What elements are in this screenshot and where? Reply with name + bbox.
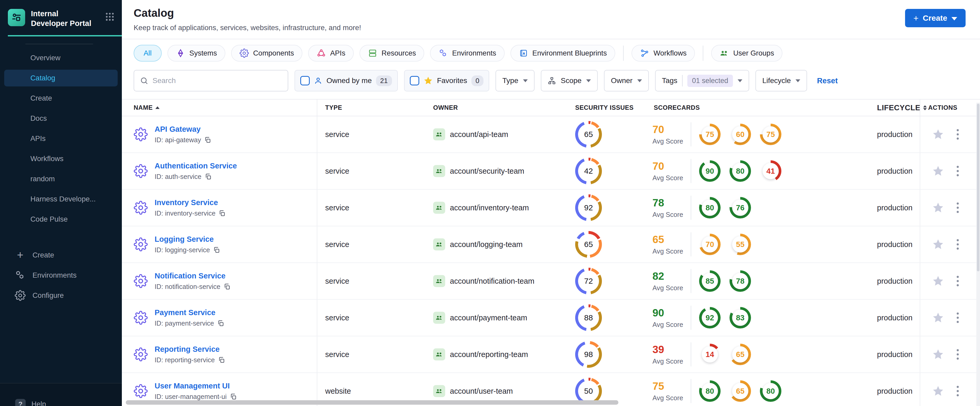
favorite-star-icon[interactable]: [932, 385, 944, 397]
horizontal-scrollbar[interactable]: [126, 400, 618, 405]
scorecard-ring[interactable]: 83: [730, 307, 751, 328]
scorecard-ring[interactable]: 90: [699, 160, 721, 182]
scorecard-ring[interactable]: 65: [730, 344, 751, 365]
column-header-name[interactable]: NAME: [122, 100, 317, 116]
sidebar-item-harness-develope[interactable]: Harness Develope...: [4, 191, 118, 208]
scorecard-ring[interactable]: 80: [730, 160, 751, 182]
owner-name[interactable]: account/logging-team: [450, 240, 522, 249]
apps-grid-icon[interactable]: [105, 11, 115, 22]
copy-icon[interactable]: [213, 246, 220, 254]
help-icon[interactable]: ?: [15, 399, 25, 406]
scorecard-ring[interactable]: 65: [730, 380, 751, 402]
owner-name[interactable]: account/reporting-team: [450, 350, 528, 359]
favorite-star-icon[interactable]: [932, 348, 944, 360]
kebab-menu-icon[interactable]: [955, 274, 960, 288]
tab-user-groups[interactable]: User Groups: [711, 45, 783, 62]
favorite-star-icon[interactable]: [932, 312, 944, 324]
favorite-star-icon[interactable]: [932, 165, 944, 177]
sidebar-item-code-pulse[interactable]: Code Pulse: [4, 211, 118, 228]
scorecard-ring[interactable]: 60: [730, 124, 751, 145]
column-header-lifecycle[interactable]: LIFECYCLE: [871, 100, 920, 116]
scorecard-ring[interactable]: 92: [699, 307, 721, 328]
favorites-filter[interactable]: Favorites 0: [404, 70, 490, 91]
scorecard-ring[interactable]: 85: [699, 270, 721, 292]
scorecard-ring[interactable]: 78: [730, 270, 751, 292]
tags-dropdown[interactable]: Tags 01 selected: [655, 70, 749, 91]
entity-name-link[interactable]: Reporting Service: [154, 345, 220, 354]
favorite-star-icon[interactable]: [932, 202, 944, 214]
owned-by-me-filter[interactable]: Owned by me 21: [294, 70, 398, 91]
sidebar-item-overview[interactable]: Overview: [4, 49, 118, 66]
kebab-menu-icon[interactable]: [955, 201, 960, 214]
owner-name[interactable]: account/notification-team: [450, 277, 534, 285]
owner-name[interactable]: account/inventory-team: [450, 203, 529, 212]
entity-name-link[interactable]: API Gateway: [154, 125, 201, 133]
owner-name[interactable]: account/api-team: [450, 130, 508, 139]
scorecard-ring[interactable]: 76: [730, 197, 751, 219]
sidebar-item-create[interactable]: + Create: [4, 247, 118, 263]
sidebar-item-random[interactable]: random: [4, 171, 118, 187]
tab-workflows[interactable]: Workflows: [632, 45, 695, 62]
sidebar-item-catalog[interactable]: Catalog: [4, 70, 118, 86]
scope-dropdown[interactable]: Scope: [541, 70, 598, 91]
entity-name-link[interactable]: Notification Service: [154, 272, 226, 280]
entity-name-link[interactable]: Logging Service: [154, 235, 214, 243]
sidebar-item-docs[interactable]: Docs: [4, 110, 118, 127]
copy-icon[interactable]: [218, 210, 226, 217]
owner-name[interactable]: account/user-team: [450, 387, 513, 395]
tab-apis[interactable]: APIs: [308, 45, 354, 62]
copy-icon[interactable]: [224, 283, 231, 290]
tab-systems[interactable]: Systems: [167, 45, 225, 62]
kebab-menu-icon[interactable]: [955, 164, 960, 178]
favorite-star-icon[interactable]: [932, 275, 944, 287]
tab-all[interactable]: All: [134, 45, 162, 62]
favorite-star-icon[interactable]: [932, 238, 944, 251]
search-input[interactable]: [153, 76, 282, 85]
favorites-checkbox[interactable]: [410, 76, 419, 86]
reset-filters-link[interactable]: Reset: [817, 76, 838, 85]
scorecard-ring[interactable]: 80: [699, 380, 721, 402]
scorecard-ring[interactable]: 41: [760, 160, 781, 182]
tab-environment-blueprints[interactable]: Environment Blueprints: [511, 45, 615, 62]
entity-name-link[interactable]: Authentication Service: [154, 162, 237, 170]
sidebar-item-configure[interactable]: Configure: [4, 287, 118, 304]
sidebar-item-environments[interactable]: Environments: [4, 267, 118, 284]
entity-name-link[interactable]: Payment Service: [154, 308, 215, 317]
sidebar-item-apis[interactable]: APIs: [4, 130, 118, 147]
scorecard-ring[interactable]: 75: [699, 124, 721, 145]
owner-cell: account/security-team: [425, 153, 567, 189]
kebab-menu-icon[interactable]: [955, 238, 960, 251]
kebab-menu-icon[interactable]: [955, 311, 960, 325]
scorecard-ring[interactable]: 80: [760, 380, 781, 402]
scorecard-ring[interactable]: 70: [699, 234, 721, 255]
sidebar-item-workflows[interactable]: Workflows: [4, 151, 118, 167]
type-dropdown[interactable]: Type: [495, 70, 535, 91]
scorecard-ring[interactable]: 80: [699, 197, 721, 219]
copy-icon[interactable]: [218, 357, 225, 363]
tab-components[interactable]: Components: [231, 45, 302, 62]
scorecard-ring[interactable]: 14: [699, 344, 721, 365]
help-label[interactable]: Help: [32, 400, 46, 406]
kebab-menu-icon[interactable]: [955, 347, 960, 361]
copy-icon[interactable]: [205, 173, 212, 180]
favorite-star-icon[interactable]: [932, 128, 944, 140]
tab-resources[interactable]: Resources: [360, 45, 424, 62]
owner-dropdown[interactable]: Owner: [604, 70, 649, 91]
scorecard-ring[interactable]: 75: [760, 124, 781, 145]
sidebar-item-create[interactable]: Create: [4, 90, 118, 106]
owned-by-me-checkbox[interactable]: [300, 76, 310, 86]
owner-name[interactable]: account/security-team: [450, 167, 524, 176]
entity-name-link[interactable]: Inventory Service: [154, 198, 218, 207]
kebab-menu-icon[interactable]: [955, 128, 960, 141]
copy-icon[interactable]: [204, 136, 211, 144]
lifecycle-dropdown[interactable]: Lifecycle: [756, 70, 807, 91]
owner-name[interactable]: account/payment-team: [450, 314, 527, 322]
copy-icon[interactable]: [230, 393, 237, 400]
copy-icon[interactable]: [217, 320, 224, 327]
scorecard-ring[interactable]: 55: [730, 234, 751, 255]
vertical-scrollbar[interactable]: [977, 104, 980, 271]
create-button[interactable]: + Create: [905, 9, 966, 27]
kebab-menu-icon[interactable]: [955, 384, 960, 398]
tab-environments[interactable]: Environments: [430, 45, 504, 62]
entity-name-link[interactable]: User Management UI: [154, 382, 230, 390]
